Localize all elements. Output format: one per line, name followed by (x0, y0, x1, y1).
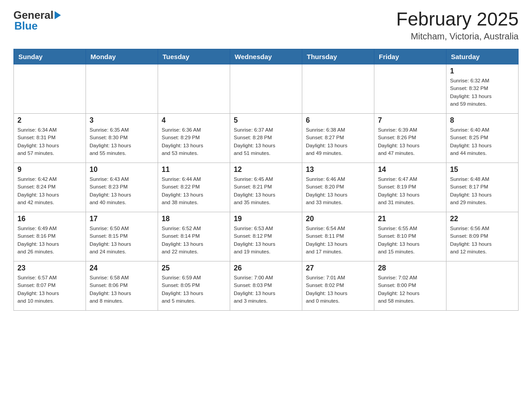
logo-triangle-icon (55, 11, 61, 19)
calendar-cell: 19Sunrise: 6:53 AM Sunset: 8:12 PM Dayli… (230, 212, 302, 261)
day-info: Sunrise: 6:32 AM Sunset: 8:32 PM Dayligh… (450, 77, 515, 108)
day-info: Sunrise: 6:44 AM Sunset: 8:22 PM Dayligh… (162, 176, 226, 206)
page-header: General Blue February 2025 Mitcham, Vict… (13, 9, 519, 42)
header-tuesday: Tuesday (158, 49, 230, 64)
calendar-cell: 13Sunrise: 6:46 AM Sunset: 8:20 PM Dayli… (302, 163, 374, 212)
day-number: 9 (17, 166, 82, 174)
calendar-cell: 12Sunrise: 6:45 AM Sunset: 8:21 PM Dayli… (230, 163, 302, 212)
day-info: Sunrise: 7:02 AM Sunset: 8:00 PM Dayligh… (378, 274, 442, 305)
day-info: Sunrise: 6:59 AM Sunset: 8:05 PM Dayligh… (162, 274, 226, 305)
calendar-cell: 10Sunrise: 6:43 AM Sunset: 8:23 PM Dayli… (86, 163, 158, 212)
day-number: 2 (17, 116, 82, 124)
day-number: 5 (234, 116, 298, 124)
header-thursday: Thursday (302, 49, 374, 64)
calendar-cell (302, 64, 374, 114)
day-number: 24 (90, 264, 154, 272)
calendar-cell: 27Sunrise: 7:01 AM Sunset: 8:02 PM Dayli… (302, 261, 374, 311)
calendar-cell: 14Sunrise: 6:47 AM Sunset: 8:19 PM Dayli… (374, 163, 446, 212)
day-number: 8 (450, 116, 515, 124)
day-info: Sunrise: 6:48 AM Sunset: 8:17 PM Dayligh… (450, 176, 515, 206)
day-number: 16 (17, 215, 82, 223)
calendar-cell: 26Sunrise: 7:00 AM Sunset: 8:03 PM Dayli… (230, 261, 302, 311)
day-info: Sunrise: 6:40 AM Sunset: 8:25 PM Dayligh… (450, 126, 515, 157)
calendar-cell: 11Sunrise: 6:44 AM Sunset: 8:22 PM Dayli… (158, 163, 230, 212)
week-row-5: 23Sunrise: 6:57 AM Sunset: 8:07 PM Dayli… (14, 261, 519, 311)
day-number: 15 (450, 166, 515, 174)
day-number: 12 (234, 166, 298, 174)
day-info: Sunrise: 7:01 AM Sunset: 8:02 PM Dayligh… (306, 274, 370, 305)
calendar-cell: 25Sunrise: 6:59 AM Sunset: 8:05 PM Dayli… (158, 261, 230, 311)
week-row-3: 9Sunrise: 6:42 AM Sunset: 8:24 PM Daylig… (14, 163, 519, 212)
day-info: Sunrise: 6:57 AM Sunset: 8:07 PM Dayligh… (17, 274, 82, 305)
day-info: Sunrise: 6:38 AM Sunset: 8:27 PM Dayligh… (306, 126, 370, 157)
calendar-cell: 28Sunrise: 7:02 AM Sunset: 8:00 PM Dayli… (374, 261, 446, 311)
logo: General Blue (13, 9, 61, 32)
day-number: 13 (306, 166, 370, 174)
day-number: 7 (378, 116, 442, 124)
day-info: Sunrise: 6:52 AM Sunset: 8:14 PM Dayligh… (162, 225, 226, 256)
day-number: 20 (306, 215, 370, 223)
calendar-cell (158, 64, 230, 114)
calendar-subtitle: Mitcham, Victoria, Australia (396, 31, 519, 42)
calendar-cell (230, 64, 302, 114)
day-number: 11 (162, 166, 226, 174)
calendar-cell: 23Sunrise: 6:57 AM Sunset: 8:07 PM Dayli… (14, 261, 86, 311)
calendar-header-row: Sunday Monday Tuesday Wednesday Thursday… (14, 49, 519, 64)
day-number: 3 (90, 116, 154, 124)
day-info: Sunrise: 6:43 AM Sunset: 8:23 PM Dayligh… (90, 176, 154, 206)
calendar-cell (446, 261, 519, 311)
day-number: 27 (306, 264, 370, 272)
calendar-cell: 5Sunrise: 6:37 AM Sunset: 8:28 PM Daylig… (230, 114, 302, 163)
day-info: Sunrise: 6:53 AM Sunset: 8:12 PM Dayligh… (234, 225, 298, 256)
calendar-cell (374, 64, 446, 114)
day-info: Sunrise: 6:47 AM Sunset: 8:19 PM Dayligh… (378, 176, 442, 206)
calendar-cell: 18Sunrise: 6:52 AM Sunset: 8:14 PM Dayli… (158, 212, 230, 261)
calendar-cell (86, 64, 158, 114)
header-saturday: Saturday (446, 49, 519, 64)
day-info: Sunrise: 6:55 AM Sunset: 8:10 PM Dayligh… (378, 225, 442, 256)
day-number: 21 (378, 215, 442, 223)
day-info: Sunrise: 6:39 AM Sunset: 8:26 PM Dayligh… (378, 126, 442, 157)
logo-blue-text: Blue (14, 20, 38, 32)
day-info: Sunrise: 6:58 AM Sunset: 8:06 PM Dayligh… (90, 274, 154, 305)
day-info: Sunrise: 6:49 AM Sunset: 8:16 PM Dayligh… (17, 225, 82, 256)
day-info: Sunrise: 6:42 AM Sunset: 8:24 PM Dayligh… (17, 176, 82, 206)
day-number: 18 (162, 215, 226, 223)
calendar-cell: 8Sunrise: 6:40 AM Sunset: 8:25 PM Daylig… (446, 114, 519, 163)
day-info: Sunrise: 6:36 AM Sunset: 8:29 PM Dayligh… (162, 126, 226, 157)
day-number: 26 (234, 264, 298, 272)
calendar-table: Sunday Monday Tuesday Wednesday Thursday… (13, 49, 519, 311)
header-sunday: Sunday (14, 49, 86, 64)
day-info: Sunrise: 6:45 AM Sunset: 8:21 PM Dayligh… (234, 176, 298, 206)
calendar-cell: 24Sunrise: 6:58 AM Sunset: 8:06 PM Dayli… (86, 261, 158, 311)
day-number: 14 (378, 166, 442, 174)
calendar-title: February 2025 (396, 9, 519, 30)
day-info: Sunrise: 6:34 AM Sunset: 8:31 PM Dayligh… (17, 126, 82, 157)
day-number: 10 (90, 166, 154, 174)
calendar-cell: 2Sunrise: 6:34 AM Sunset: 8:31 PM Daylig… (14, 114, 86, 163)
calendar-cell: 16Sunrise: 6:49 AM Sunset: 8:16 PM Dayli… (14, 212, 86, 261)
day-number: 17 (90, 215, 154, 223)
day-info: Sunrise: 6:46 AM Sunset: 8:20 PM Dayligh… (306, 176, 370, 206)
day-info: Sunrise: 6:54 AM Sunset: 8:11 PM Dayligh… (306, 225, 370, 256)
calendar-cell (14, 64, 86, 114)
day-info: Sunrise: 6:50 AM Sunset: 8:15 PM Dayligh… (90, 225, 154, 256)
week-row-1: 1Sunrise: 6:32 AM Sunset: 8:32 PM Daylig… (14, 64, 519, 114)
day-info: Sunrise: 6:35 AM Sunset: 8:30 PM Dayligh… (90, 126, 154, 157)
day-number: 19 (234, 215, 298, 223)
calendar-cell: 7Sunrise: 6:39 AM Sunset: 8:26 PM Daylig… (374, 114, 446, 163)
day-number: 23 (17, 264, 82, 272)
calendar-cell: 9Sunrise: 6:42 AM Sunset: 8:24 PM Daylig… (14, 163, 86, 212)
calendar-cell: 22Sunrise: 6:56 AM Sunset: 8:09 PM Dayli… (446, 212, 519, 261)
calendar-cell: 20Sunrise: 6:54 AM Sunset: 8:11 PM Dayli… (302, 212, 374, 261)
calendar-cell: 6Sunrise: 6:38 AM Sunset: 8:27 PM Daylig… (302, 114, 374, 163)
calendar-cell: 15Sunrise: 6:48 AM Sunset: 8:17 PM Dayli… (446, 163, 519, 212)
calendar-cell: 1Sunrise: 6:32 AM Sunset: 8:32 PM Daylig… (446, 64, 519, 114)
title-block: February 2025 Mitcham, Victoria, Austral… (396, 9, 519, 42)
day-number: 22 (450, 215, 515, 223)
header-friday: Friday (374, 49, 446, 64)
day-number: 25 (162, 264, 226, 272)
day-number: 6 (306, 116, 370, 124)
day-number: 28 (378, 264, 442, 272)
day-number: 1 (450, 67, 515, 75)
